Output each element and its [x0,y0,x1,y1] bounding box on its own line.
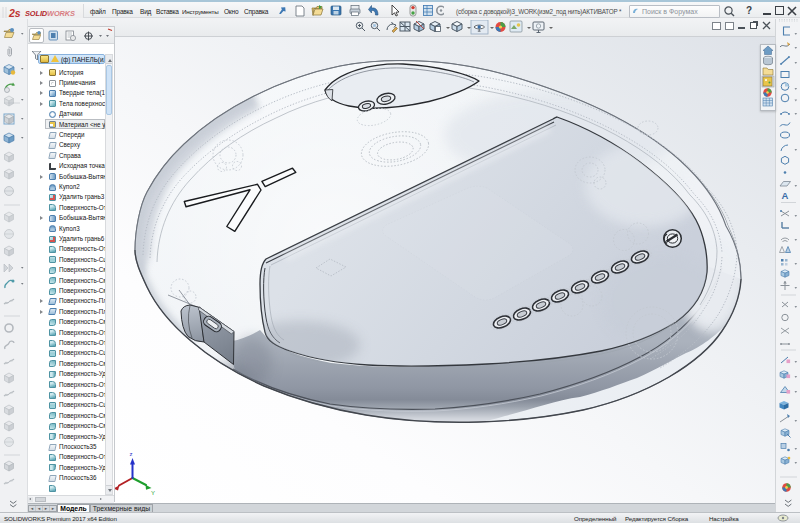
svg-text:z: z [130,451,133,457]
svg-text:A: A [782,190,789,201]
svg-text:Y: Y [151,490,155,496]
svg-text:SOLIDWORKS: SOLIDWORKS [25,9,75,18]
